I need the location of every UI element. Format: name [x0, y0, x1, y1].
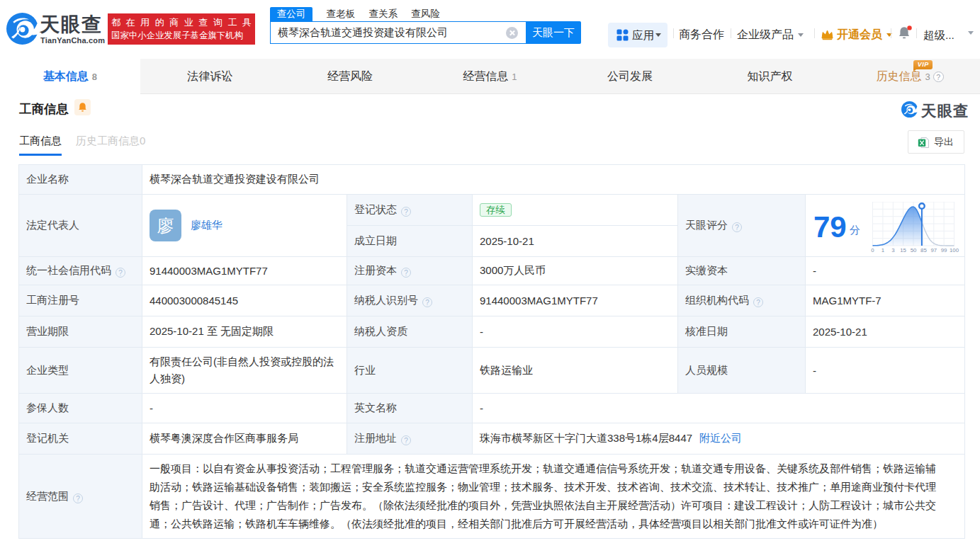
- page-tab-bar: 基本信息8 法律诉讼 经营风险 经营信息1 公司发展 知识产权 历史信息3? V…: [0, 59, 980, 94]
- search-tabs: 查公司 查老板 查关系 查风险: [270, 7, 440, 21]
- help-icon[interactable]: ?: [401, 268, 411, 278]
- field-label: 人员规模: [678, 348, 806, 394]
- header: 天眼查 TianYanCha.com 都在用的商业查询工具 国家中小企业发展子基…: [0, 0, 980, 59]
- field-label: 行业: [347, 348, 473, 394]
- logo-domain: TianYanCha.com: [40, 36, 105, 45]
- label-text: 有限责任公司(非自然人投资或控股的法人独资): [150, 355, 334, 384]
- registered-address-value: 珠海市横琴新区十字门大道338号1栋4层8447附近公司: [473, 423, 965, 455]
- help-icon[interactable]: ?: [732, 222, 742, 232]
- paid-capital-value: -: [806, 257, 965, 285]
- insured-count-value: -: [142, 394, 347, 423]
- table-row: 企业名称 横琴深合轨道交通投资建设有限公司: [19, 165, 965, 195]
- label-text: 法定代表人: [26, 219, 79, 231]
- apps-menu[interactable]: 应用: [608, 23, 668, 47]
- help-icon[interactable]: ?: [116, 268, 125, 278]
- help-icon[interactable]: ?: [401, 435, 411, 445]
- label-text: 纳税人资质: [354, 325, 407, 337]
- bell-icon: [78, 102, 87, 113]
- field-label: 成立日期: [347, 226, 473, 257]
- search-tab-company[interactable]: 查公司: [270, 7, 312, 21]
- label-text: -: [480, 326, 483, 338]
- help-icon[interactable]: ?: [401, 207, 411, 217]
- label-text: 公司发展: [607, 70, 653, 82]
- excel-icon: [918, 137, 930, 149]
- tab-intellectual-property[interactable]: 知识产权: [700, 59, 840, 93]
- registration-authority-value: 横琴粤澳深度合作区商事服务局: [142, 423, 347, 455]
- field-label: 纳税人识别号?: [347, 285, 473, 316]
- subscribe-bell-button[interactable]: [74, 99, 91, 115]
- legal-representative-link[interactable]: 廖雄华: [191, 219, 223, 232]
- label-text: 91440003MAG1MYTF77: [480, 295, 598, 307]
- field-label: 英文名称: [347, 394, 473, 423]
- search-input[interactable]: [270, 21, 526, 44]
- chevron-down-icon[interactable]: [968, 31, 974, 35]
- divider: [731, 28, 731, 38]
- nav-enterprise-products[interactable]: 企业级产品: [737, 28, 804, 42]
- account-menu[interactable]: 超级...: [923, 28, 954, 43]
- english-name-value: -: [473, 394, 965, 423]
- tab-basic-info[interactable]: 基本信息8: [0, 59, 140, 94]
- label-text: 铁路运输业: [480, 364, 533, 376]
- tab-legal-litigation[interactable]: 法律诉讼: [140, 59, 281, 93]
- score-unit: 分: [850, 224, 860, 237]
- nav-open-membership[interactable]: 开通会员: [837, 28, 892, 42]
- vip-badge: VIP: [913, 60, 933, 69]
- avatar[interactable]: 廖: [150, 210, 181, 241]
- apps-label: 应用: [632, 28, 654, 43]
- field-label: 核准日期: [678, 316, 806, 348]
- help-icon[interactable]: ?: [933, 72, 944, 82]
- label-text: 法律诉讼: [187, 70, 232, 82]
- registration-status-value: 存续: [473, 195, 678, 226]
- logo-text[interactable]: 天眼查: [40, 14, 103, 35]
- subtab-business-info[interactable]: 工商信息: [19, 135, 62, 148]
- clear-search-icon[interactable]: [506, 27, 518, 39]
- search-button[interactable]: 天眼一下: [526, 21, 581, 44]
- table-row: 统一社会信用代码? 91440003MAG1MYTF77 注册资本? 3000万…: [19, 257, 965, 285]
- tab-operation-risk[interactable]: 经营风险: [280, 59, 420, 93]
- table-row: 经营范围? 一般项目：以自有资金从事投资活动；工程管理服务；轨道交通运营管理系统…: [19, 455, 965, 539]
- brand-slogan: 都在用的商业查询工具 国家中小企业发展子基金旗下机构: [108, 13, 255, 45]
- export-label: 导出: [934, 136, 954, 149]
- search-tab-boss[interactable]: 查老板: [326, 7, 355, 21]
- score-distribution-chart: 0 1 3 15 50 85 97 99 100: [867, 202, 960, 253]
- label-text: 纳税人识别号: [354, 294, 418, 306]
- label-text: 工商注册号: [26, 294, 79, 306]
- tab-history-info[interactable]: 历史信息3? VIP: [840, 59, 980, 93]
- label-text: MAG1MYTF-7: [813, 295, 882, 307]
- company-name-value: 横琴深合轨道交通投资建设有限公司: [142, 165, 965, 195]
- axis-tick-label: 97: [930, 247, 937, 253]
- divider: [673, 28, 674, 38]
- field-label: 企业类型: [19, 348, 142, 394]
- chevron-down-icon: [798, 33, 804, 37]
- help-icon[interactable]: ?: [422, 297, 432, 307]
- field-label: 天眼评分?: [678, 195, 806, 257]
- search-tab-relation[interactable]: 查关系: [368, 7, 398, 21]
- export-button[interactable]: 导出: [908, 130, 964, 154]
- help-icon[interactable]: ?: [753, 297, 763, 307]
- slogan-line1: 都在用的商业查询工具: [111, 16, 252, 29]
- tab-company-development[interactable]: 公司发展: [560, 59, 700, 93]
- score-marker-pin: [919, 203, 925, 209]
- tianyancha-logo-icon[interactable]: [6, 13, 38, 45]
- label-text: 2025-10-21 至 无固定期限: [150, 325, 274, 337]
- watermark-logo-icon: [901, 101, 918, 118]
- staff-size-value: -: [806, 348, 965, 394]
- label-text: 开通会员: [837, 28, 882, 40]
- status-badge: 存续: [480, 203, 512, 217]
- label-text: 人员规模: [685, 364, 728, 376]
- notification-bell-icon[interactable]: [898, 25, 915, 41]
- label-text: 经营信息: [463, 70, 508, 82]
- nearby-companies-link[interactable]: 附近公司: [699, 432, 742, 444]
- company-type-value: 有限责任公司(非自然人投资或控股的法人独资): [142, 348, 347, 394]
- subtab-history-business-info[interactable]: 历史工商信息0: [76, 135, 145, 148]
- search-tab-risk[interactable]: 查风险: [411, 7, 440, 21]
- tab-business-info[interactable]: 经营信息1: [420, 59, 561, 93]
- label-text: 行业: [354, 364, 376, 376]
- nav-business-cooperation[interactable]: 商务合作: [679, 28, 724, 42]
- organization-code-value: MAG1MYTF-7: [806, 285, 965, 316]
- label-text: 注册资本: [354, 264, 397, 276]
- axis-tick-label: 0: [871, 247, 874, 253]
- axis-tick-label: 100: [950, 247, 959, 253]
- help-icon[interactable]: ?: [73, 493, 83, 503]
- label-text: 横琴深合轨道交通投资建设有限公司: [150, 173, 320, 185]
